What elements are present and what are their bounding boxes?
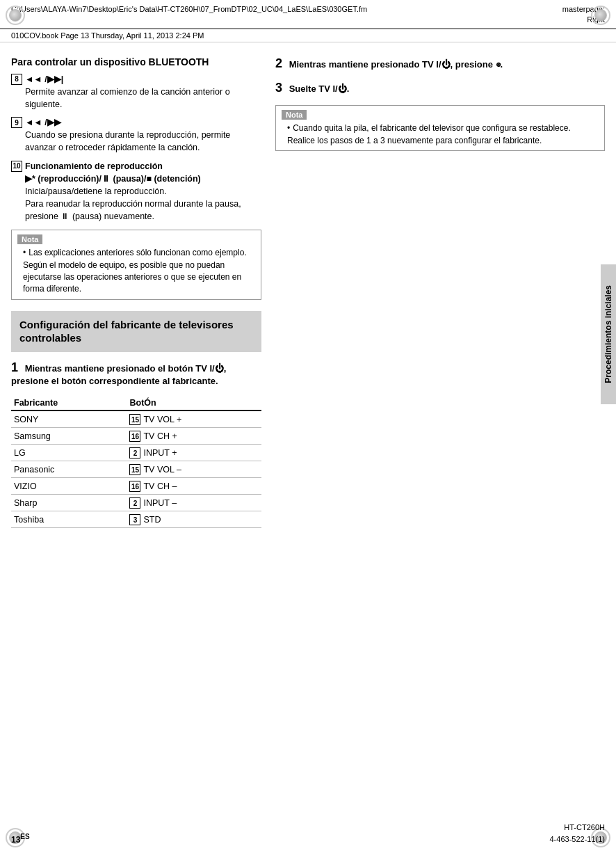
table-row: Toshiba 3 STD — [11, 511, 261, 528]
item-label-10: Funcionamiento de reproducción — [25, 161, 163, 171]
btn-badge: 2 — [129, 447, 140, 459]
fabricante-table: Fabricante BotÓn SONY 15 TV VOL + Samsun… — [11, 396, 261, 528]
note-text-left: Las explicaciones anteriores sólo funcio… — [23, 247, 255, 296]
footer-model: HT-CT260H 4-463-522-11(1) — [550, 822, 606, 845]
left-section-heading: Para controlar un dispositivo BLUETOOTH — [11, 56, 261, 67]
left-column: Para controlar un dispositivo BLUETOOTH … — [11, 56, 261, 528]
list-item-9: 9 ◄◄ /▶▶ Cuando se presiona durante la r… — [11, 116, 261, 154]
corner-decoration-tr — [591, 6, 610, 25]
btn-label: TV CH – — [143, 481, 177, 491]
fab-cell: Sharp — [11, 495, 127, 511]
col-header-fabricante: Fabricante — [11, 396, 127, 410]
corner-decoration-tl — [6, 6, 25, 25]
note-box-left: Nota Las explicaciones anteriores sólo f… — [11, 230, 261, 300]
footer-page-number: 13ES — [11, 833, 30, 845]
item-badge-9: 9 — [11, 117, 22, 128]
note-label-right: Nota — [282, 110, 307, 120]
fab-cell: SONY — [11, 410, 127, 428]
table-row: Sharp 2 INPUT – — [11, 495, 261, 511]
page-header: C:\Users\ALAYA-Win7\Desktop\Eric's Data\… — [0, 0, 616, 29]
right-step-2: 2 Mientras mantiene presionado TV I/⏻, p… — [275, 56, 605, 71]
btn-badge: 2 — [129, 497, 140, 509]
item-icon-9: ◄◄ /▶▶ — [25, 118, 61, 127]
btn-cell: 16 TV CH – — [127, 478, 261, 495]
item-content-9: ◄◄ /▶▶ Cuando se presiona durante la rep… — [25, 116, 261, 154]
btn-badge: 15 — [129, 464, 140, 475]
page-number: 13 — [11, 835, 20, 845]
btn-cell: 15 TV VOL + — [127, 410, 261, 428]
btn-label: INPUT – — [143, 498, 177, 508]
sidebar-tab: Procedimientos iniciales — [601, 264, 616, 404]
sidebar-label: Procedimientos iniciales — [603, 285, 613, 383]
item-content-8: ◄◄ /▶▶| Permite avanzar al comienzo de l… — [25, 73, 261, 111]
note-text-right: Cuando quita la pila, el fabricante del … — [287, 122, 599, 147]
btn-badge: 15 — [129, 414, 140, 425]
note-content-right: Cuando quita la pila, el fabricante del … — [282, 122, 599, 147]
right-step-2-number: 2 — [275, 56, 282, 70]
item-text-10a: Inicia/pausa/detiene la reproducción. — [25, 186, 167, 196]
page-footer: 13ES HT-CT260H 4-463-522-11(1) — [0, 822, 616, 845]
table-row: Panasonic 15 TV VOL – — [11, 461, 261, 478]
note-box-right: Nota Cuando quita la pila, el fabricante… — [275, 105, 605, 151]
item-text-8: Permite avanzar al comienzo de la canció… — [25, 87, 230, 109]
step-1-number: 1 — [11, 360, 18, 374]
col-header-boton: BotÓn — [127, 396, 261, 410]
table-row: LG 2 INPUT + — [11, 445, 261, 461]
btn-cell: 16 TV CH + — [127, 428, 261, 445]
table-row: VIZIO 16 TV CH – — [11, 478, 261, 495]
fab-cell: Panasonic — [11, 461, 127, 478]
right-column: 2 Mientras mantiene presionado TV I/⏻, p… — [275, 56, 605, 528]
btn-badge: 16 — [129, 431, 140, 442]
item-text-10b: Para reanudar la reproducción normal dur… — [25, 199, 241, 221]
btn-cell: 3 STD — [127, 511, 261, 528]
btn-label: STD — [143, 515, 161, 525]
table-row: Samsung 16 TV CH + — [11, 428, 261, 445]
fab-cell: LG — [11, 445, 127, 461]
fab-cell: Toshiba — [11, 511, 127, 528]
item-icon-10: ▶* (reproducción)/⏸ (pausa)/■ (detención… — [25, 174, 201, 184]
btn-label: INPUT + — [143, 448, 177, 458]
table-header-row: Fabricante BotÓn — [11, 396, 261, 410]
right-step-3-number: 3 — [275, 81, 282, 95]
config-section: Configuración del fabricante de televiso… — [11, 311, 261, 352]
btn-cell: 15 TV VOL – — [127, 461, 261, 478]
fab-cell: Samsung — [11, 428, 127, 445]
page-superscript: ES — [20, 833, 29, 840]
main-content: Para controlar un dispositivo BLUETOOTH … — [0, 42, 616, 535]
item-badge-10: 10 — [11, 161, 22, 172]
step-1-text: Mientras mantiene presionado el botón TV… — [11, 363, 226, 386]
item-text-9: Cuando se presiona durante la reproducci… — [25, 130, 230, 152]
model-code: 4-463-522-11(1) — [550, 835, 606, 843]
step-1: 1 Mientras mantiene presionado el botón … — [11, 360, 261, 388]
btn-label: TV VOL – — [143, 465, 181, 475]
btn-label: TV VOL + — [143, 415, 181, 424]
config-heading: Configuración del fabricante de televiso… — [19, 318, 253, 345]
list-item-10: 10 Funcionamiento de reproducción ▶* (re… — [11, 160, 261, 223]
btn-badge: 16 — [129, 481, 140, 492]
header-path: C:\Users\ALAYA-Win7\Desktop\Eric's Data\… — [11, 4, 367, 15]
fab-cell: VIZIO — [11, 478, 127, 495]
btn-cell: 2 INPUT – — [127, 495, 261, 511]
sub-header: 010COV.book Page 13 Thursday, April 11, … — [0, 29, 616, 42]
btn-cell: 2 INPUT + — [127, 445, 261, 461]
item-icon-8: ◄◄ /▶▶| — [25, 74, 63, 84]
right-step-2-text: Mientras mantiene presionado TV I/⏻, pre… — [289, 59, 503, 70]
right-step-3-text: Suelte TV I/⏻. — [289, 83, 350, 94]
btn-label: TV CH + — [143, 431, 177, 441]
right-step-3: 3 Suelte TV I/⏻. — [275, 81, 605, 95]
item-badge-8: 8 — [11, 74, 22, 85]
btn-badge: 3 — [129, 514, 140, 525]
model-name: HT-CT260H — [564, 823, 605, 831]
list-item-8: 8 ◄◄ /▶▶| Permite avanzar al comienzo de… — [11, 73, 261, 111]
note-content-left: Las explicaciones anteriores sólo funcio… — [17, 247, 255, 296]
item-content-10: Funcionamiento de reproducción ▶* (repro… — [25, 160, 261, 223]
table-row: SONY 15 TV VOL + — [11, 410, 261, 428]
note-label-left: Nota — [17, 234, 42, 244]
